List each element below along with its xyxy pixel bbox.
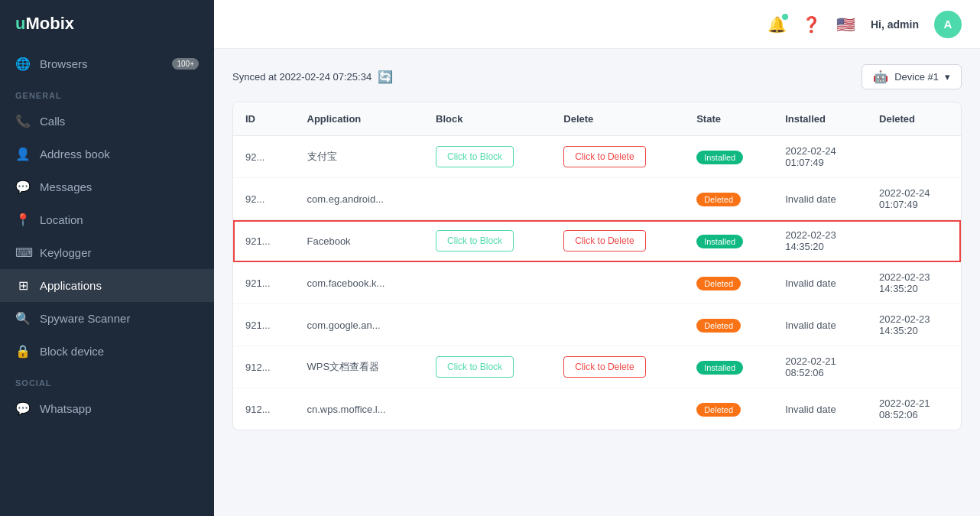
cell-state: Deleted [684,178,773,220]
cell-delete[interactable]: Click to Delete [551,136,684,178]
status-badge: Installed [696,151,743,164]
sidebar-item-applications[interactable]: ⊞ Applications [0,269,214,302]
cell-state: Installed [684,136,773,178]
browser-icon: 🌐 [15,57,31,71]
calls-icon: 📞 [15,114,31,128]
cell-delete[interactable]: Click to Delete [551,346,684,388]
social-section-label: SOCIAL [0,368,214,392]
general-section-label: GENERAL [0,80,214,105]
status-badge: Deleted [696,193,741,206]
cell-application: com.eg.android... [295,178,424,220]
sidebar: uMobix 🌐 Browsers 100+ GENERAL 📞 Calls 👤… [0,0,214,516]
sidebar-item-keylogger[interactable]: ⌨ Keylogger [0,236,214,269]
cell-id: 92... [233,178,295,220]
cell-block [423,388,551,430]
cell-installed: Invalid date [773,178,867,220]
cell-deleted: 2022-02-23 14:35:20 [867,262,961,304]
keylogger-icon: ⌨ [15,245,31,260]
block-button[interactable]: Click to Block [436,146,514,167]
main-area: 🔔 ❓ 🇺🇸 Hi, admin A Synced at 2022-02-24 … [214,0,980,516]
applications-table: ID Application Block Delete State Instal… [232,102,962,430]
col-block: Block [423,102,551,136]
col-id: ID [233,102,295,136]
sidebar-item-browsers[interactable]: 🌐 Browsers 100+ [0,47,214,80]
sidebar-item-block-device[interactable]: 🔒 Block device [0,335,214,368]
header: 🔔 ❓ 🇺🇸 Hi, admin A [214,0,980,49]
cell-installed: 2022-02-24 01:07:49 [773,136,867,178]
applications-icon: ⊞ [15,278,31,293]
cell-block [423,178,551,220]
cell-deleted [867,346,961,388]
sync-bar: Synced at 2022-02-24 07:25:34 🔄 🤖 Device… [232,64,962,89]
sidebar-item-spyware-scanner[interactable]: 🔍 Spyware Scanner [0,302,214,335]
cell-installed: 2022-02-23 14:35:20 [773,220,867,262]
cell-block[interactable]: Click to Block [423,136,551,178]
cell-installed: Invalid date [773,304,867,346]
device-selector[interactable]: 🤖 Device #1 ▾ [862,64,962,89]
cell-delete[interactable]: Click to Delete [551,220,684,262]
android-icon: 🤖 [873,70,888,84]
sync-icon[interactable]: 🔄 [378,70,393,84]
cell-block[interactable]: Click to Block [423,220,551,262]
address-book-icon: 👤 [15,147,31,161]
cell-block [423,262,551,304]
content-area: Synced at 2022-02-24 07:25:34 🔄 🤖 Device… [214,49,980,516]
header-greeting: Hi, admin [871,18,919,31]
table-row: 912...cn.wps.moffice.l...DeletedInvalid … [233,388,961,430]
block-button[interactable]: Click to Block [436,356,514,378]
table-row: 921...com.google.an...DeletedInvalid dat… [233,304,961,346]
table-row: 921...FacebookClick to BlockClick to Del… [233,220,961,262]
cell-id: 921... [233,304,295,346]
cell-delete [551,388,684,430]
cell-installed: Invalid date [773,388,867,430]
cell-deleted: 2022-02-24 01:07:49 [867,178,961,220]
cell-state: Deleted [684,262,773,304]
cell-deleted [867,220,961,262]
delete-button[interactable]: Click to Delete [563,356,645,378]
cell-delete [551,178,684,220]
cell-delete [551,262,684,304]
cell-state: Installed [684,346,773,388]
table-header-row: ID Application Block Delete State Instal… [233,102,961,136]
sidebar-item-calls[interactable]: 📞 Calls [0,105,214,138]
sidebar-item-address-book[interactable]: 👤 Address book [0,138,214,170]
cell-state: Deleted [684,388,773,430]
block-button[interactable]: Click to Block [436,230,514,252]
messages-icon: 💬 [15,180,31,194]
status-badge: Installed [696,361,743,375]
cell-id: 921... [233,262,295,304]
cell-block[interactable]: Click to Block [423,346,551,388]
avatar[interactable]: A [934,11,962,38]
cell-id: 912... [233,388,295,430]
cell-delete [551,304,684,346]
cell-application: cn.wps.moffice.l... [295,388,424,430]
cell-block [423,304,551,346]
help-icon[interactable]: ❓ [802,15,821,34]
notification-dot [782,14,788,20]
col-deleted: Deleted [867,102,961,136]
flag-icon[interactable]: 🇺🇸 [836,15,855,34]
cell-state: Installed [684,220,773,262]
logo-text: uMobix [15,14,74,34]
sidebar-item-location[interactable]: 📍 Location [0,203,214,236]
delete-button[interactable]: Click to Delete [563,230,645,252]
cell-deleted [867,136,961,178]
cell-id: 912... [233,346,295,388]
cell-installed: 2022-02-21 08:52:06 [773,346,867,388]
cell-id: 921... [233,220,295,262]
sidebar-item-messages[interactable]: 💬 Messages [0,170,214,203]
sidebar-item-whatsapp[interactable]: 💬 Whatsapp [0,392,214,425]
sync-info: Synced at 2022-02-24 07:25:34 🔄 [232,70,393,84]
delete-button[interactable]: Click to Delete [563,146,645,167]
block-device-icon: 🔒 [15,344,31,359]
chevron-down-icon: ▾ [945,71,950,83]
table-row: 921...com.facebook.k...DeletedInvalid da… [233,262,961,304]
status-badge: Deleted [696,319,741,333]
col-application: Application [295,102,424,136]
notification-icon[interactable]: 🔔 [767,15,787,34]
status-badge: Deleted [696,403,741,417]
col-state: State [684,102,773,136]
col-delete: Delete [551,102,684,136]
browsers-badge: 100+ [172,58,199,70]
status-badge: Installed [696,235,743,248]
